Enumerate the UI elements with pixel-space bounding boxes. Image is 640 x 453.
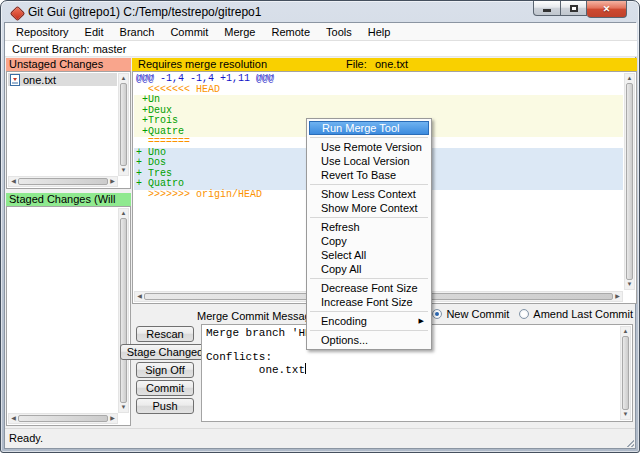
status-text: Ready.: [9, 432, 43, 444]
radio-unselected-icon[interactable]: [519, 309, 529, 319]
current-branch-bar: Current Branch: master: [5, 41, 637, 57]
scroll-up-icon[interactable]: ▲: [119, 74, 128, 83]
menu-separator: [310, 278, 428, 279]
menu-item-revert-to-base[interactable]: Revert To Base: [309, 168, 429, 182]
git-app-icon: [10, 6, 26, 22]
menu-item-refresh[interactable]: Refresh: [309, 220, 429, 234]
git-gui-window: Git Gui (gitrepo1) C:/Temp/testrepo/gitr…: [0, 0, 640, 453]
radio-new-commit-label: New Commit: [446, 308, 509, 320]
diff-file-label: File:: [346, 58, 367, 71]
scroll-left-icon[interactable]: ◀: [9, 177, 18, 186]
sign-off-button[interactable]: Sign Off: [136, 362, 194, 378]
menu-help[interactable]: Help: [360, 24, 399, 40]
scrollbar-track[interactable]: [120, 218, 127, 403]
minimize-icon: [543, 9, 551, 12]
menu-separator: [310, 217, 428, 218]
staged-hscrollbar[interactable]: ◀ ▶: [8, 413, 118, 424]
text-cursor: [305, 363, 306, 374]
maximize-icon: [570, 5, 578, 12]
menu-item-decrease-font-size[interactable]: Decrease Font Size: [309, 281, 429, 295]
submenu-arrow-icon: ▶: [419, 314, 424, 328]
menu-item-copy-all[interactable]: Copy All: [309, 262, 429, 276]
scroll-down-icon[interactable]: ▼: [621, 410, 630, 419]
menu-item-options[interactable]: Options...: [309, 333, 429, 347]
menu-item-run-merge-tool[interactable]: Run Merge Tool: [309, 121, 429, 135]
scroll-right-icon[interactable]: ▶: [613, 292, 622, 301]
action-buttons: Rescan Stage Changed Sign Off Commit Pus…: [132, 326, 198, 414]
scroll-right-icon[interactable]: ▶: [108, 414, 117, 423]
unstaged-file-list[interactable]: one.txt ▲ ▼ ◀ ▶: [6, 71, 131, 189]
diff-header-bar: Requires merge resolution File: one.txt: [132, 58, 637, 71]
scrollbar-thumb[interactable]: [120, 83, 127, 166]
scrollbar-track[interactable]: [120, 83, 127, 166]
scrollbar-thumb[interactable]: [626, 83, 633, 280]
scrollbar-track[interactable]: [622, 336, 629, 410]
menu-item-use-local-version[interactable]: Use Local Version: [309, 154, 429, 168]
unstaged-hscrollbar[interactable]: ◀ ▶: [8, 176, 118, 187]
file-merge-icon: [10, 74, 20, 86]
commit-button[interactable]: Commit: [136, 380, 194, 396]
menu-edit[interactable]: Edit: [77, 24, 112, 40]
commit-type-radios: New Commit Amend Last Commit: [432, 308, 633, 320]
menu-item-increase-font-size[interactable]: Increase Font Size: [309, 295, 429, 309]
staged-file-list[interactable]: ▲ ▼ ◀ ▶: [6, 206, 131, 426]
menu-item-select-all[interactable]: Select All: [309, 248, 429, 262]
unstaged-changes-header: Unstaged Changes: [6, 58, 131, 71]
scroll-up-icon[interactable]: ▲: [621, 327, 630, 336]
scroll-down-icon[interactable]: ▼: [119, 403, 128, 412]
scroll-left-icon[interactable]: ◀: [9, 414, 18, 423]
menu-item-use-remote-version[interactable]: Use Remote Version: [309, 140, 429, 154]
menu-branch[interactable]: Branch: [112, 24, 163, 40]
scrollbar-thumb[interactable]: [18, 415, 108, 422]
scroll-up-icon[interactable]: ▲: [119, 209, 128, 218]
staged-vscrollbar[interactable]: ▲ ▼: [118, 208, 129, 413]
menu-item-encoding[interactable]: Encoding ▶: [309, 314, 429, 328]
commit-message-label: Merge Commit Message:: [197, 310, 320, 322]
stage-changed-button[interactable]: Stage Changed: [120, 344, 210, 360]
menu-item-show-less-context[interactable]: Show Less Context: [309, 187, 429, 201]
window-controls: ✕: [533, 1, 627, 18]
menu-remote[interactable]: Remote: [263, 24, 318, 40]
scroll-up-icon[interactable]: ▲: [625, 74, 634, 83]
window-title: Git Gui (gitrepo1) C:/Temp/testrepo/gitr…: [28, 5, 261, 19]
menu-separator: [310, 184, 428, 185]
diff-status-label: Requires merge resolution: [138, 58, 267, 71]
radio-amend-last-commit[interactable]: Amend Last Commit: [519, 308, 633, 320]
file-row-one-txt[interactable]: one.txt: [8, 73, 117, 86]
menu-merge[interactable]: Merge: [216, 24, 263, 40]
push-button[interactable]: Push: [136, 398, 194, 414]
scrollbar-track[interactable]: [626, 83, 633, 280]
rescan-button[interactable]: Rescan: [136, 326, 194, 342]
unstaged-vscrollbar[interactable]: ▲ ▼: [118, 73, 129, 176]
menu-tools[interactable]: Tools: [318, 24, 360, 40]
minimize-button[interactable]: [533, 1, 561, 16]
titlebar[interactable]: Git Gui (gitrepo1) C:/Temp/testrepo/gitr…: [1, 1, 639, 23]
scrollbar-thumb[interactable]: [622, 336, 629, 410]
diff-line: <<<<<<< HEAD: [134, 85, 623, 96]
radio-selected-icon[interactable]: [432, 309, 442, 319]
menu-commit[interactable]: Commit: [162, 24, 216, 40]
menubar: Repository Edit Branch Commit Merge Remo…: [5, 23, 637, 41]
context-menu: Run Merge Tool Use Remote Version Use Lo…: [306, 118, 432, 350]
menu-repository[interactable]: Repository: [8, 24, 77, 40]
scrollbar-track[interactable]: [18, 178, 108, 185]
scroll-left-icon[interactable]: ◀: [135, 292, 144, 301]
menu-item-show-more-context[interactable]: Show More Context: [309, 201, 429, 215]
diff-vscrollbar[interactable]: ▲ ▼: [624, 73, 635, 290]
maximize-button[interactable]: [561, 1, 587, 16]
menu-separator: [310, 311, 428, 312]
scrollbar-track[interactable]: [18, 415, 108, 422]
scroll-down-icon[interactable]: ▼: [625, 280, 634, 289]
close-button[interactable]: ✕: [587, 1, 627, 18]
scrollbar-thumb[interactable]: [120, 218, 127, 403]
close-icon: ✕: [603, 4, 611, 14]
radio-new-commit[interactable]: New Commit: [432, 308, 509, 320]
message-line: one.txt: [203, 363, 619, 376]
scroll-down-icon[interactable]: ▼: [119, 166, 128, 175]
message-line: Conflicts:: [203, 351, 619, 363]
message-vscrollbar[interactable]: ▲ ▼: [620, 326, 631, 420]
diff-line: +Un: [134, 95, 623, 106]
scrollbar-thumb[interactable]: [18, 178, 108, 185]
scroll-right-icon[interactable]: ▶: [108, 177, 117, 186]
menu-item-copy[interactable]: Copy: [309, 234, 429, 248]
